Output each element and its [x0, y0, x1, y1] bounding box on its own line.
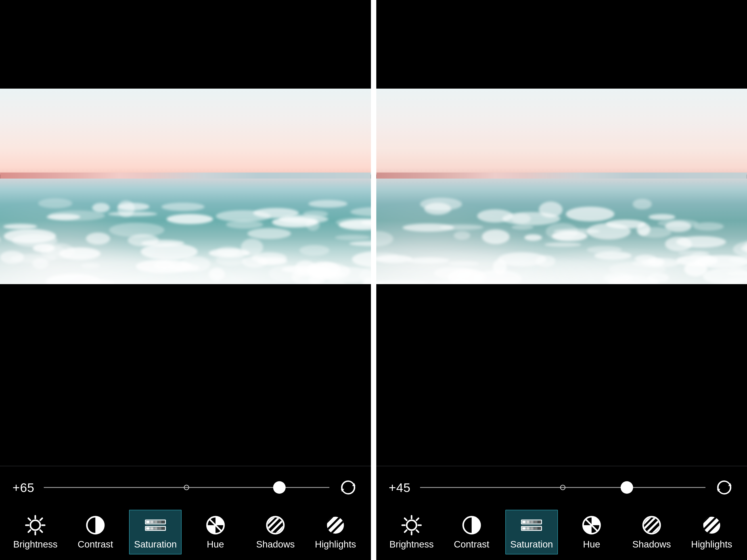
tool-brightness[interactable]: Brightness [385, 510, 438, 554]
tool-shadows[interactable]: Shadows [625, 510, 678, 554]
contrast-icon [85, 514, 106, 536]
shadows-icon [265, 514, 286, 536]
adjustment-slider[interactable] [44, 481, 329, 494]
hue-icon [205, 514, 226, 536]
tool-brightness-label: Brightness [389, 539, 434, 550]
saturation-icon [521, 517, 542, 533]
hue-icon [581, 514, 602, 536]
photo-preview[interactable] [376, 0, 747, 466]
tool-highlights-label: Highlights [691, 539, 732, 550]
tool-strip: Brightness Contrast Saturation Hue Shado… [376, 509, 747, 560]
slider-thumb[interactable] [273, 481, 286, 494]
slider-center-mark [184, 485, 189, 490]
photo-image [376, 89, 747, 284]
highlights-icon [701, 514, 722, 536]
slider-thumb[interactable] [621, 481, 633, 494]
reset-icon [339, 479, 357, 496]
tool-saturation[interactable]: Saturation [129, 510, 182, 554]
adjustment-slider[interactable] [420, 481, 706, 494]
tool-hue[interactable]: Hue [565, 510, 618, 554]
editor-panel-1: +45 Brightness Contrast [374, 0, 747, 560]
tool-shadows[interactable]: Shadows [249, 510, 302, 554]
tool-hue-label: Hue [583, 539, 600, 550]
photo-image [0, 89, 371, 284]
reset-button[interactable] [338, 477, 358, 498]
slider-row: +65 [0, 466, 371, 509]
contrast-icon [461, 514, 482, 536]
shadows-icon [641, 514, 662, 536]
tool-highlights-label: Highlights [315, 539, 356, 550]
highlights-icon [701, 514, 722, 536]
tool-saturation-label: Saturation [510, 539, 553, 550]
tool-contrast-label: Contrast [78, 539, 113, 550]
contrast-icon [85, 514, 106, 536]
hue-icon [581, 514, 602, 536]
shadows-icon [641, 514, 662, 536]
tool-highlights[interactable]: Highlights [685, 510, 738, 554]
slider-value: +65 [12, 480, 42, 495]
contrast-icon [461, 514, 482, 536]
photo-preview[interactable] [0, 0, 371, 466]
saturation-icon [145, 514, 166, 536]
tool-highlights[interactable]: Highlights [309, 510, 362, 554]
editor-panel-0: +65 Brightness Contrast [0, 0, 374, 560]
shadows-icon [265, 514, 286, 536]
highlights-icon [325, 514, 346, 536]
saturation-icon [521, 514, 542, 536]
tool-strip: Brightness Contrast Saturation Hue Shado… [0, 509, 371, 560]
tool-contrast[interactable]: Contrast [445, 510, 498, 554]
saturation-icon [145, 517, 166, 533]
brightness-icon [401, 514, 422, 536]
brightness-icon [25, 514, 46, 536]
brightness-icon [401, 514, 422, 536]
tool-hue[interactable]: Hue [189, 510, 242, 554]
tool-hue-label: Hue [207, 539, 224, 550]
slider-value: +45 [389, 480, 418, 495]
tool-shadows-label: Shadows [632, 539, 671, 550]
tool-contrast-label: Contrast [454, 539, 489, 550]
tool-saturation-label: Saturation [134, 539, 177, 550]
reset-icon [716, 479, 733, 496]
brightness-icon [25, 514, 46, 536]
tool-brightness[interactable]: Brightness [9, 510, 62, 554]
reset-button[interactable] [714, 477, 735, 498]
tool-shadows-label: Shadows [256, 539, 295, 550]
slider-center-mark [560, 485, 565, 490]
tool-contrast[interactable]: Contrast [69, 510, 122, 554]
tool-saturation[interactable]: Saturation [505, 510, 558, 554]
slider-row: +45 [376, 466, 747, 509]
hue-icon [205, 514, 226, 536]
highlights-icon [325, 514, 346, 536]
tool-brightness-label: Brightness [13, 539, 57, 550]
